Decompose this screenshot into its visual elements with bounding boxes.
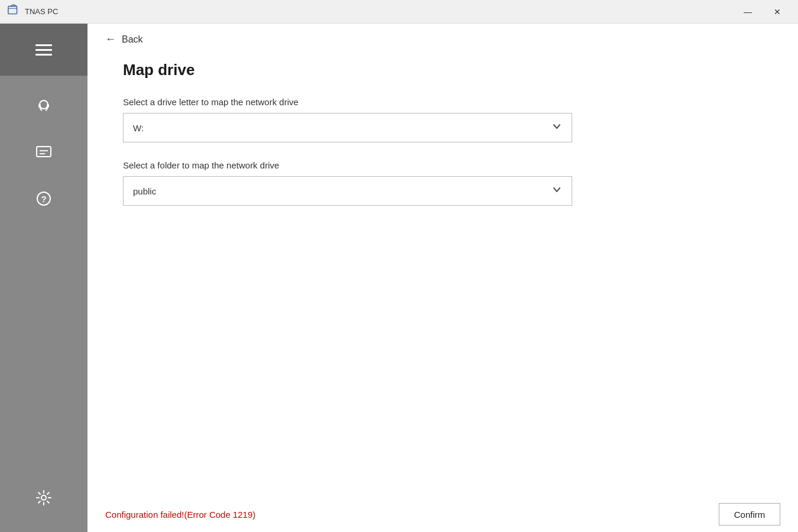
svg-text:?: ? <box>41 194 46 204</box>
back-label: Back <box>122 34 143 45</box>
svg-rect-5 <box>37 147 51 157</box>
sidebar-item-help[interactable]: ? <box>0 180 87 221</box>
folder-dropdown[interactable]: public <box>123 176 572 206</box>
drive-letter-section: Select a drive letter to map the network… <box>123 97 763 142</box>
sidebar-item-settings[interactable] <box>0 479 87 520</box>
svg-point-2 <box>40 100 48 109</box>
sidebar-nav: ? <box>0 76 87 479</box>
sidebar-bottom <box>0 479 87 532</box>
page-content: Map drive Select a drive letter to map t… <box>87 55 798 497</box>
minimize-button[interactable]: — <box>734 2 761 21</box>
svg-rect-4 <box>47 104 49 108</box>
back-nav[interactable]: ← Back <box>87 24 798 55</box>
sidebar-menu-button[interactable] <box>0 24 87 76</box>
messages-icon <box>35 144 53 166</box>
folder-label: Select a folder to map the network drive <box>123 160 763 170</box>
help-icon: ? <box>35 190 53 212</box>
content-area: ← Back Map drive Select a drive letter t… <box>87 24 798 532</box>
back-arrow-icon: ← <box>105 33 116 46</box>
error-message: Configuration failed!(Error Code 1219) <box>105 510 255 520</box>
hamburger-line-1 <box>35 44 52 46</box>
drive-letter-label: Select a drive letter to map the network… <box>123 97 763 107</box>
title-bar: TNAS PC — ✕ <box>0 0 798 24</box>
support-icon <box>35 98 53 119</box>
svg-point-10 <box>41 495 46 500</box>
drive-letter-chevron-icon <box>552 121 562 134</box>
sidebar-item-messages[interactable] <box>0 134 87 175</box>
hamburger-line-3 <box>35 54 52 56</box>
hamburger-icon <box>35 44 52 56</box>
page-footer: Configuration failed!(Error Code 1219) C… <box>87 497 798 532</box>
page-title: Map drive <box>123 61 763 79</box>
title-bar-controls: — ✕ <box>734 2 791 21</box>
drive-letter-value: W: <box>133 123 144 133</box>
sidebar-item-support[interactable] <box>0 87 87 129</box>
svg-rect-0 <box>8 6 17 14</box>
drive-letter-dropdown[interactable]: W: <box>123 113 572 142</box>
app-body: ? ← Back Ma <box>0 24 798 532</box>
folder-section: Select a folder to map the network drive… <box>123 160 763 206</box>
folder-chevron-icon <box>552 184 562 197</box>
svg-rect-3 <box>38 104 41 108</box>
hamburger-line-2 <box>35 49 52 51</box>
settings-icon <box>35 489 53 511</box>
confirm-button[interactable]: Confirm <box>719 503 780 525</box>
folder-value: public <box>133 186 156 196</box>
close-button[interactable]: ✕ <box>764 2 791 21</box>
app-icon <box>7 4 20 20</box>
app-title: TNAS PC <box>25 7 58 16</box>
sidebar: ? <box>0 24 87 532</box>
title-bar-left: TNAS PC <box>7 4 58 20</box>
